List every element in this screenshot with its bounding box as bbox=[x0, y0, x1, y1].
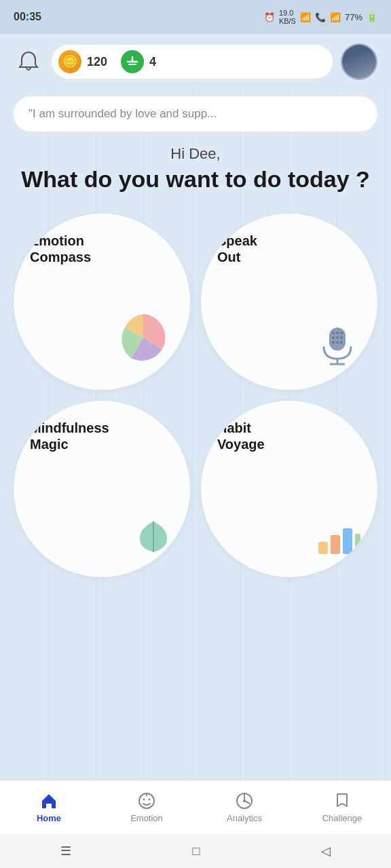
quote-bar[interactable]: "I am surrounded by love and supp... bbox=[14, 96, 377, 132]
quote-text: "I am surrounded by love and supp... bbox=[29, 107, 217, 120]
card-title-mindfulness-magic: MindfulnessMagic bbox=[30, 420, 109, 452]
habit-voyage-icon bbox=[317, 521, 361, 558]
card-title-emotion-compass: EmotionCompass bbox=[30, 233, 91, 265]
analytics-icon bbox=[235, 791, 254, 810]
coin-count: 120 bbox=[87, 55, 107, 69]
svg-point-6 bbox=[340, 332, 343, 334]
battery-icon: 🔋 bbox=[367, 12, 377, 22]
challenge-icon bbox=[333, 791, 352, 810]
bottom-nav: Home Emotion Analytics bbox=[0, 780, 391, 834]
nav-item-challenge[interactable]: Challenge bbox=[293, 786, 391, 829]
svg-point-4 bbox=[332, 332, 335, 334]
xp-badge bbox=[121, 50, 144, 73]
svg-point-8 bbox=[336, 336, 339, 339]
status-icons: ⏰ 19.0KB/S 📶 📞 📶 77% 🔋 bbox=[264, 9, 377, 25]
nav-label-emotion: Emotion bbox=[130, 813, 163, 823]
svg-rect-17 bbox=[343, 528, 352, 554]
greeting: Hi Dee, What do you want to do today ? bbox=[14, 145, 377, 193]
android-menu-btn[interactable]: ☰ bbox=[60, 844, 71, 859]
android-nav-bar: ☰ □ ◁ bbox=[0, 834, 391, 868]
nav-label-home: Home bbox=[37, 813, 61, 823]
signal-icon: 📶 bbox=[330, 12, 341, 22]
battery: 77% bbox=[345, 12, 362, 22]
coins-xp-container: 🪙 120 4 bbox=[52, 45, 333, 79]
svg-point-10 bbox=[332, 341, 335, 344]
card-mindfulness-magic[interactable]: MindfulnessMagic bbox=[14, 401, 190, 577]
android-home-btn[interactable]: □ bbox=[193, 844, 200, 859]
emotion-icon bbox=[137, 791, 156, 810]
nav-label-analytics: Analytics bbox=[227, 813, 262, 823]
notification-bell[interactable] bbox=[14, 47, 43, 77]
header: 🪙 120 4 bbox=[0, 34, 391, 90]
svg-point-5 bbox=[336, 332, 339, 334]
emotion-compass-icon bbox=[113, 307, 174, 371]
speak-out-icon bbox=[314, 321, 361, 371]
data-speed: 19.0KB/S bbox=[279, 9, 296, 25]
svg-rect-16 bbox=[331, 535, 340, 554]
android-back-btn[interactable]: ◁ bbox=[321, 844, 331, 859]
svg-point-11 bbox=[336, 341, 339, 344]
main-content: "I am surrounded by love and supp... Hi … bbox=[0, 90, 391, 780]
cards-grid: EmotionCompass SpeakOut bbox=[14, 214, 377, 584]
card-habit-voyage[interactable]: HabitVoyage bbox=[201, 401, 377, 577]
svg-point-7 bbox=[332, 336, 335, 339]
svg-point-25 bbox=[243, 800, 246, 802]
svg-point-9 bbox=[340, 336, 343, 339]
svg-point-12 bbox=[340, 341, 343, 344]
xp-count: 4 bbox=[149, 55, 156, 69]
greeting-question: What do you want to do today ? bbox=[14, 165, 377, 193]
status-bar: 00:35 ⏰ 19.0KB/S 📶 📞 📶 77% 🔋 bbox=[0, 0, 391, 34]
svg-point-20 bbox=[143, 799, 145, 801]
home-icon bbox=[39, 791, 58, 810]
call-icon: 📞 bbox=[315, 12, 326, 22]
nav-label-challenge: Challenge bbox=[322, 813, 362, 823]
card-emotion-compass[interactable]: EmotionCompass bbox=[14, 214, 190, 390]
nav-item-home[interactable]: Home bbox=[0, 786, 98, 829]
alarm-icon: ⏰ bbox=[264, 12, 275, 22]
mindfulness-magic-icon bbox=[133, 515, 174, 558]
nav-item-analytics[interactable]: Analytics bbox=[196, 786, 293, 829]
card-title-speak-out: SpeakOut bbox=[217, 233, 257, 265]
card-speak-out[interactable]: SpeakOut bbox=[201, 214, 377, 390]
avatar[interactable] bbox=[341, 43, 377, 80]
svg-rect-15 bbox=[318, 542, 328, 554]
svg-rect-18 bbox=[355, 534, 360, 554]
card-title-habit-voyage: HabitVoyage bbox=[217, 420, 265, 452]
greeting-hi: Hi Dee, bbox=[14, 145, 377, 163]
coin-badge: 🪙 bbox=[58, 50, 81, 73]
wifi-icon: 📶 bbox=[300, 12, 311, 22]
svg-point-21 bbox=[149, 799, 151, 801]
nav-item-emotion[interactable]: Emotion bbox=[98, 786, 196, 829]
status-time: 00:35 bbox=[14, 11, 41, 23]
